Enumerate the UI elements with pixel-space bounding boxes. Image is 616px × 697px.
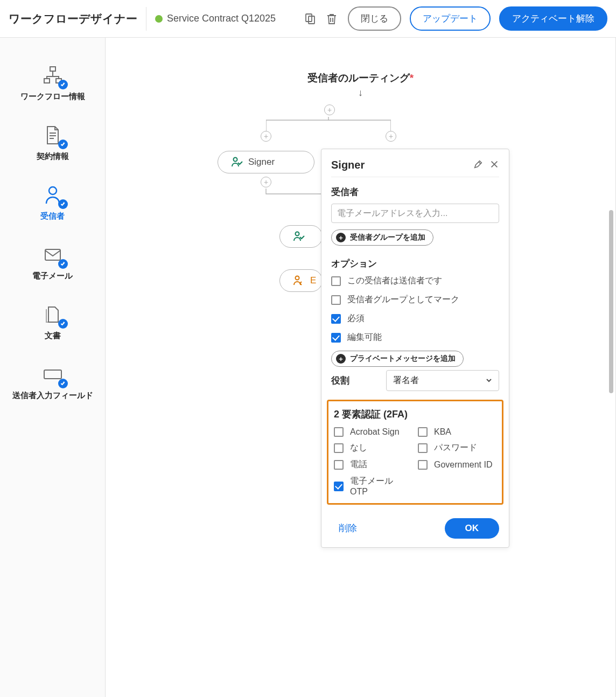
recipient-panel: Signer 受信者 + 受信者グループを追加 オプシ [321,149,509,548]
checkbox-icon [331,314,341,324]
twofa-phone[interactable]: 電話 [334,459,412,470]
option-mark-as-group[interactable]: 受信者グループとしてマーク [331,294,499,305]
sidebar-item-workflow-info[interactable]: ワークフロー情報 [0,53,105,113]
checkbox-icon [418,460,428,470]
field-icon [41,363,65,386]
trash-icon[interactable] [324,11,339,26]
sidebar-item-label: ワークフロー情報 [20,92,85,102]
scrollbar[interactable] [609,210,613,393]
arrow-down-icon: ↓ [358,87,363,99]
node-label: E [310,275,316,286]
sidebar-item-label: 送信者入力フィールド [12,391,93,401]
signer-icon [230,156,243,169]
sidebar-item-recipients[interactable]: 受信者 [0,172,105,232]
update-button[interactable]: アップデート [410,6,491,31]
checkbox-icon [334,443,344,453]
chevron-down-icon [486,376,492,386]
svg-rect-2 [50,67,55,71]
twofa-government-id[interactable]: Government ID [418,459,496,470]
app-title: ワークフローデザイナー [9,7,146,31]
checkbox-icon [418,427,428,437]
signer-node-2[interactable] [279,225,323,248]
twofa-kba[interactable]: KBA [418,427,496,437]
sidebar-item-agreement-info[interactable]: 契約情報 [0,113,105,172]
option-required[interactable]: 必須 [331,313,499,324]
close-button[interactable]: 閉じる [348,6,401,31]
checkbox-icon [331,295,341,305]
files-icon [41,303,65,326]
topbar: ワークフローデザイナー Service Contract Q12025 閉じる … [0,0,616,38]
workflow-icon [41,64,65,87]
panel-title: Signer [331,159,467,171]
add-private-message-button[interactable]: + プライベートメッセージを追加 [331,351,464,367]
sidebar-item-label: 受信者 [40,211,65,221]
edit-icon[interactable] [473,159,483,171]
twofa-password[interactable]: パスワード [418,442,496,454]
svg-point-10 [296,276,299,280]
canvas: 受信者のルーティング* ↓ + + + Signer + [106,38,616,697]
add-node-left[interactable]: + [261,131,271,142]
status-dot-icon [155,15,163,23]
plus-icon: + [336,233,346,242]
deactivate-button[interactable]: アクティベート解除 [499,6,607,31]
sidebar-item-documents[interactable]: 文書 [0,292,105,352]
document-icon [41,123,65,147]
twofa-section: 2 要素認証 (2FA) Acrobat Sign KBA なし [327,400,503,505]
option-editable[interactable]: 編集可能 [331,332,499,343]
role-select[interactable]: 署名者 [386,370,499,391]
routing-title: 受信者のルーティング* [307,71,414,85]
checkbox-icon [331,276,341,286]
add-node-below-left[interactable]: + [261,177,271,187]
options-section-label: オプション [331,257,499,270]
workflow-status: Service Contract Q12025 [155,13,276,24]
twofa-none[interactable]: なし [334,442,412,454]
sidebar-item-label: 契約情報 [37,151,69,162]
svg-point-9 [296,232,299,236]
signer-icon [292,274,305,287]
email-icon [41,243,65,267]
add-node-right[interactable]: + [386,131,396,142]
add-recipient-group-button[interactable]: + 受信者グループを追加 [331,229,433,246]
email-input[interactable] [331,204,499,223]
workflow-name: Service Contract Q12025 [167,13,276,24]
twofa-title: 2 要素認証 (2FA) [334,408,496,421]
checkbox-icon [331,333,341,343]
recipient-section-label: 受信者 [331,186,499,198]
close-icon[interactable] [489,159,499,171]
svg-rect-3 [44,79,50,83]
sidebar: ワークフロー情報 契約情報 受信者 [0,38,106,697]
checkbox-icon [334,460,344,470]
signer-node-1[interactable]: Signer [218,151,314,173]
delete-button[interactable]: 削除 [331,518,365,539]
checkbox-icon [334,427,344,437]
svg-rect-7 [44,370,61,379]
signer-node-3[interactable]: E [279,269,323,292]
tree-connector-lines [266,117,391,137]
person-icon [41,183,65,207]
role-label: 役割 [331,374,380,387]
checkbox-icon [334,482,344,491]
ok-button[interactable]: OK [445,518,500,539]
sidebar-item-label: 文書 [45,331,61,341]
node-label: Signer [248,157,275,168]
plus-icon: + [336,354,346,364]
signer-icon [292,230,305,243]
option-sender-is-recipient[interactable]: この受信者は送信者です [331,275,499,287]
svg-point-8 [234,158,237,162]
sidebar-item-sender-fields[interactable]: 送信者入力フィールド [0,352,105,412]
checkbox-icon [418,443,428,453]
svg-point-5 [49,187,57,194]
twofa-email-otp[interactable]: 電子メール OTP [334,476,412,497]
add-node-top[interactable]: + [324,104,335,115]
copy-icon[interactable] [303,11,318,26]
sidebar-item-emails[interactable]: 電子メール [0,232,105,292]
twofa-acrobat-sign[interactable]: Acrobat Sign [334,427,412,437]
svg-rect-6 [45,249,60,260]
sidebar-item-label: 電子メール [32,271,73,281]
